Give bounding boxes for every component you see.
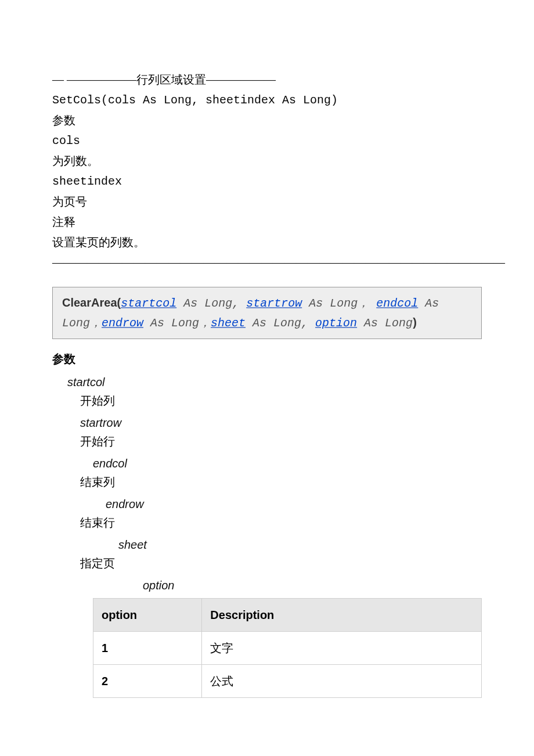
arg-startcol[interactable]: startcol bbox=[121, 297, 176, 310]
table-header-option: option bbox=[93, 599, 202, 632]
code-text: As Long， bbox=[143, 316, 211, 330]
function-name: ClearArea( bbox=[62, 296, 121, 309]
param-name-endcol: endcol bbox=[93, 454, 482, 473]
table-header-description: Description bbox=[202, 599, 482, 632]
table-header-row: option Description bbox=[93, 599, 482, 632]
param-name-endrow: endrow bbox=[106, 495, 482, 513]
option-key: 2 bbox=[93, 665, 202, 698]
notes-text: 设置某页的列数。 bbox=[52, 232, 482, 253]
cleararea-signature-box: ClearArea(startcol As Long, startrow As … bbox=[52, 287, 482, 339]
param-name-startrow: startrow bbox=[80, 413, 482, 432]
document-page: — ——————行列区域设置—————— SetCols(cols As Lon… bbox=[0, 0, 534, 733]
code-text: As Long, bbox=[176, 297, 246, 310]
param-sheetindex-desc: 为页号 bbox=[52, 192, 482, 212]
param-name-option: option bbox=[143, 576, 482, 595]
param-name-sheet: sheet bbox=[118, 535, 482, 554]
setcols-signature: SetCols(cols As Long, sheetindex As Long… bbox=[52, 90, 482, 110]
code-text: As Long, bbox=[246, 316, 315, 330]
arg-endrow[interactable]: endrow bbox=[102, 316, 143, 330]
arg-option[interactable]: option bbox=[315, 316, 357, 330]
arg-startrow[interactable]: startrow bbox=[246, 297, 302, 310]
option-value: 文字 bbox=[202, 632, 482, 665]
param-desc-startcol: 开始列 bbox=[80, 391, 482, 410]
params-label: 参数 bbox=[52, 110, 482, 131]
table-row: 2 公式 bbox=[93, 665, 482, 698]
code-text: As Long， bbox=[302, 297, 369, 310]
section-divider-top: — ——————行列区域设置—————— bbox=[52, 70, 482, 90]
option-key: 1 bbox=[93, 632, 202, 665]
notes-label: 注释 bbox=[52, 212, 482, 232]
params-list: startcol 开始列 startrow 开始行 endcol 结束列 end… bbox=[52, 373, 482, 595]
param-desc-endcol: 结束列 bbox=[80, 473, 482, 491]
option-value: 公式 bbox=[202, 665, 482, 698]
param-cols-desc: 为列数。 bbox=[52, 151, 482, 171]
code-text: As Long bbox=[357, 316, 413, 330]
param-desc-sheet: 指定页 bbox=[80, 554, 482, 573]
section-divider-bottom: ——————————————————————————————————————— bbox=[52, 253, 482, 273]
param-name-startcol: startcol bbox=[67, 373, 482, 391]
arg-endcol[interactable]: endcol bbox=[376, 297, 418, 310]
option-table: option Description 1 文字 2 公式 bbox=[93, 598, 482, 698]
param-desc-endrow: 结束行 bbox=[80, 513, 482, 532]
intro-block: — ——————行列区域设置—————— SetCols(cols As Lon… bbox=[52, 70, 482, 273]
table-row: 1 文字 bbox=[93, 632, 482, 665]
function-close: ) bbox=[413, 316, 417, 329]
param-sheetindex-name: sheetindex bbox=[52, 171, 482, 192]
param-desc-startrow: 开始行 bbox=[80, 432, 482, 451]
arg-sheet[interactable]: sheet bbox=[211, 316, 246, 330]
param-cols-name: cols bbox=[52, 131, 482, 151]
params-heading: 参数 bbox=[52, 350, 482, 368]
